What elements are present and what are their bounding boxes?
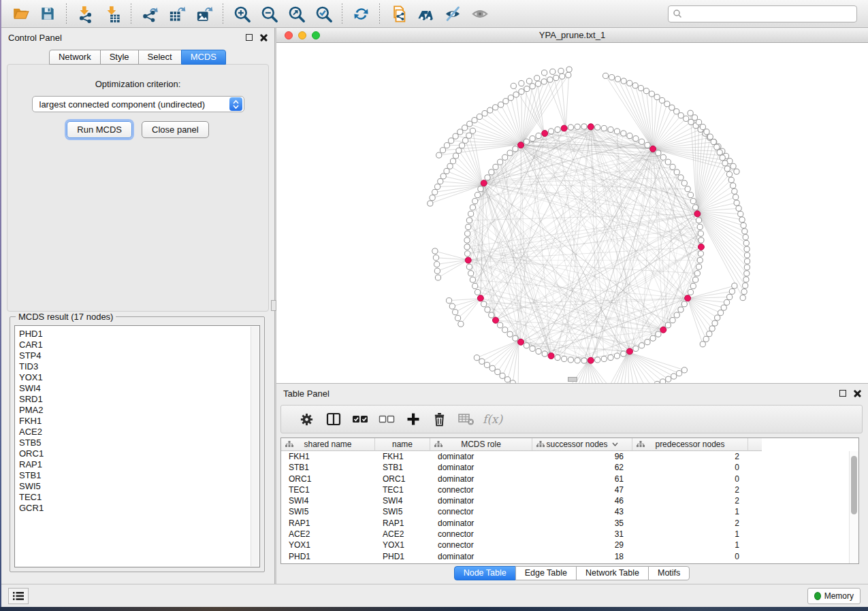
export-image-icon[interactable] xyxy=(191,2,218,25)
export-network-icon[interactable] xyxy=(136,2,163,25)
mcds-tab-content: Optimization criterion: largest connecte… xyxy=(7,64,269,312)
table-row[interactable]: ACE2 ACE2 connector 31 1 xyxy=(281,529,858,540)
table-row[interactable]: PHD1 PHD1 dominator 18 0 xyxy=(281,551,858,562)
tab-network[interactable]: Network xyxy=(49,50,101,65)
mcds-result-item[interactable]: CAR1 xyxy=(19,340,259,350)
column-header-name[interactable]: name xyxy=(375,438,430,451)
main-toolbar xyxy=(1,0,868,28)
import-table-icon[interactable] xyxy=(99,2,126,25)
add-row-icon[interactable] xyxy=(400,408,426,431)
result-list-scrollbar[interactable] xyxy=(251,327,259,566)
desktop-wallpaper-strip xyxy=(0,607,868,611)
network-graph[interactable] xyxy=(276,43,867,383)
function-builder-icon: f(x) xyxy=(479,408,506,431)
desktop-wallpaper-edge xyxy=(0,0,1,607)
list-icon xyxy=(12,591,25,601)
deselect-all-icon[interactable] xyxy=(373,408,400,431)
search-box[interactable] xyxy=(668,5,857,22)
mcds-result-item[interactable]: SWI5 xyxy=(19,481,259,492)
toolbar-separator xyxy=(66,3,67,24)
show-hide-columns-icon[interactable] xyxy=(320,408,347,431)
column-header-predecessor-nodes[interactable]: predecessor nodes xyxy=(632,438,748,451)
tab-motifs[interactable]: Motifs xyxy=(648,566,690,580)
close-table-panel-icon[interactable] xyxy=(854,390,861,397)
splitter-handle-icon[interactable] xyxy=(271,300,276,311)
mcds-result-item[interactable]: STP4 xyxy=(19,350,259,361)
split-pane-handle-icon[interactable] xyxy=(568,377,577,382)
delete-row-icon[interactable] xyxy=(426,408,453,431)
network-window-titlebar[interactable]: YPA_prune.txt_1 xyxy=(276,28,868,43)
mcds-result-item[interactable]: FKH1 xyxy=(19,416,259,427)
mcds-result-item[interactable]: GCR1 xyxy=(19,503,259,514)
column-header-stub xyxy=(748,438,762,451)
clone-network-icon[interactable] xyxy=(385,2,412,25)
first-neighbors-icon[interactable] xyxy=(412,2,439,25)
tab-edge-table[interactable]: Edge Table xyxy=(515,566,577,580)
table-row[interactable]: SWI4 SWI4 dominator 46 2 xyxy=(281,495,858,506)
mcds-result-item[interactable]: SRD1 xyxy=(19,394,259,405)
zoom-in-icon[interactable] xyxy=(228,2,255,25)
delete-table-icon xyxy=(453,408,479,431)
application-window: Control Panel Network Style Select MCDS … xyxy=(0,0,868,607)
zoom-selected-icon[interactable] xyxy=(310,2,337,25)
optimization-criterion-select[interactable]: largest connected component (undirected) xyxy=(32,96,244,112)
open-file-icon[interactable] xyxy=(7,2,34,25)
search-input[interactable] xyxy=(686,9,852,18)
table-panel-tabs: Node Table Edge Table Network Table Moti… xyxy=(276,566,868,580)
column-header-shared-name[interactable]: shared name xyxy=(281,438,375,451)
select-all-icon[interactable] xyxy=(347,408,373,431)
table-scrollbar[interactable] xyxy=(849,451,858,563)
scrollbar-thumb[interactable] xyxy=(851,456,857,514)
table-row[interactable]: STB1 STB1 dominator 62 0 xyxy=(281,462,858,473)
mcds-result-item[interactable]: TID3 xyxy=(19,361,259,372)
tab-network-table[interactable]: Network Table xyxy=(576,566,649,580)
run-mcds-button[interactable]: Run MCDS xyxy=(67,121,132,138)
mcds-result-item[interactable]: PHD1 xyxy=(19,329,259,340)
tab-mcds[interactable]: MCDS xyxy=(181,50,226,65)
float-table-panel-icon[interactable] xyxy=(839,390,846,397)
float-panel-icon[interactable] xyxy=(246,34,253,41)
node-table[interactable]: shared name name xyxy=(280,437,859,564)
memory-button[interactable]: Memory xyxy=(807,588,861,604)
column-header-successor-nodes[interactable]: successor nodes xyxy=(532,438,632,451)
mcds-result-item[interactable]: ACE2 xyxy=(19,427,259,437)
mcds-result-item[interactable]: SWI4 xyxy=(19,383,259,394)
mcds-result-title: MCDS result (17 nodes) xyxy=(16,312,116,322)
zoom-out-icon[interactable] xyxy=(255,2,283,25)
mcds-result-item[interactable]: PMA2 xyxy=(19,405,259,416)
save-session-icon[interactable] xyxy=(34,2,61,25)
table-row[interactable]: RAP1 RAP1 dominator 35 2 xyxy=(281,518,858,529)
mcds-result-item[interactable]: STB5 xyxy=(19,437,259,448)
network-view-window: YPA_prune.txt_1 xyxy=(276,28,868,383)
table-row[interactable]: ORC1 ORC1 dominator 61 0 xyxy=(281,474,858,484)
tab-style[interactable]: Style xyxy=(100,50,139,65)
close-panel-button[interactable]: Close panel xyxy=(142,121,209,138)
hide-selected-icon[interactable] xyxy=(439,2,466,25)
mcds-result-item[interactable]: ORC1 xyxy=(19,448,259,459)
table-row[interactable]: FKH1 FKH1 dominator 96 2 xyxy=(281,451,858,462)
export-table-icon[interactable] xyxy=(163,2,191,25)
search-icon xyxy=(673,9,682,18)
tab-select[interactable]: Select xyxy=(138,50,182,65)
import-network-icon[interactable] xyxy=(71,2,99,25)
toolbar-separator xyxy=(379,3,380,24)
refresh-icon[interactable] xyxy=(347,2,374,25)
close-panel-icon[interactable] xyxy=(260,34,268,42)
table-row[interactable]: SWI5 SWI5 connector 43 1 xyxy=(281,506,858,517)
column-header-mcds-role[interactable]: MCDS role xyxy=(430,438,532,451)
table-row[interactable]: YOX1 YOX1 connector 29 1 xyxy=(281,540,858,550)
task-history-button[interactable] xyxy=(8,588,29,604)
network-canvas[interactable] xyxy=(276,43,868,383)
toolbar-separator xyxy=(342,3,342,24)
mcds-result-item[interactable]: STB1 xyxy=(19,470,259,481)
table-row[interactable]: TEC1 TEC1 connector 47 2 xyxy=(281,484,858,495)
control-panel: Control Panel Network Style Select MCDS … xyxy=(1,28,274,584)
mcds-result-list[interactable]: PHD1CAR1STP4TID3YOX1SWI4SRD1PMA2FKH1ACE2… xyxy=(14,325,260,567)
tab-node-table[interactable]: Node Table xyxy=(454,566,516,580)
settings-gear-icon[interactable] xyxy=(293,408,320,431)
show-all-icon[interactable] xyxy=(466,2,494,25)
mcds-result-item[interactable]: TEC1 xyxy=(19,492,259,503)
zoom-fit-icon[interactable] xyxy=(283,2,310,25)
mcds-result-item[interactable]: YOX1 xyxy=(19,372,259,383)
mcds-result-item[interactable]: RAP1 xyxy=(19,459,259,470)
